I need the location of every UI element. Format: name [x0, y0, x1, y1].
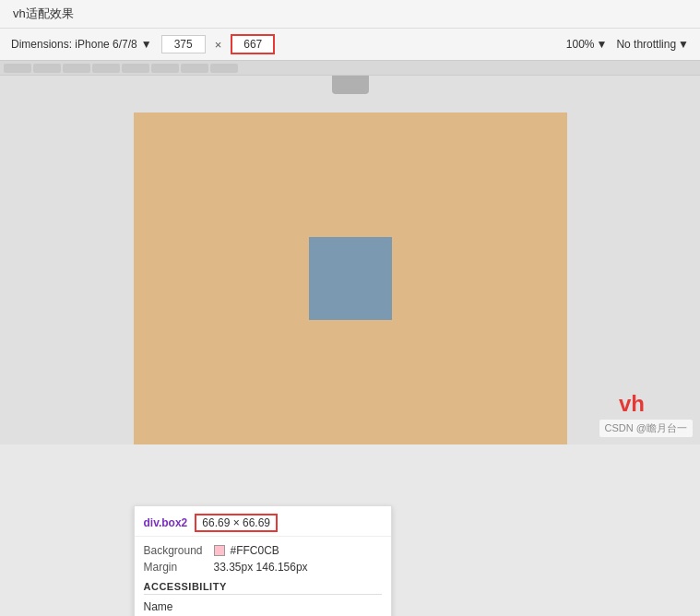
dimensions-label-text: Dimensions: iPhone 6/7/8	[11, 38, 137, 51]
scrollbar-tick	[4, 64, 31, 73]
scrollbar-tick	[181, 64, 208, 73]
device-handle	[332, 76, 369, 94]
devtools-toolbar: Dimensions: iPhone 6/7/8 ▼ × 100% ▼ No t…	[0, 29, 700, 61]
dimensions-selector[interactable]: Dimensions: iPhone 6/7/8 ▼	[11, 38, 152, 51]
viewport-area: div.box2 66.69 × 66.69 Background #FFC0C…	[0, 76, 700, 444]
zoom-dropdown-icon: ▼	[597, 38, 608, 51]
margin-label: Margin	[144, 561, 208, 574]
scrollbar-area	[0, 61, 700, 76]
scrollbar-tick	[210, 64, 238, 73]
dimensions-dropdown-icon: ▼	[141, 38, 152, 51]
zoom-control[interactable]: 100% ▼	[566, 38, 608, 51]
throttle-control[interactable]: No throttling ▼	[616, 38, 689, 51]
throttle-dropdown-icon: ▼	[678, 38, 689, 51]
background-label: Background	[144, 544, 208, 557]
throttle-value: No throttling	[616, 38, 676, 51]
box2-element[interactable]	[309, 237, 392, 320]
color-swatch	[214, 545, 225, 556]
margin-value: 33.35px 146.156px	[214, 561, 308, 574]
width-input[interactable]	[161, 35, 206, 53]
inspector-header: div.box2 66.69 × 66.69	[135, 506, 391, 537]
scrollbar-tick	[63, 64, 90, 73]
a11y-name-row: Name	[144, 598, 382, 615]
inspector-body: Background #FFC0CB Margin 33.35px 146.15…	[135, 537, 391, 616]
page-title-bar: vh适配效果	[0, 0, 700, 29]
margin-row: Margin 33.35px 146.156px	[144, 559, 382, 575]
dimension-separator: ×	[215, 38, 222, 52]
vh-label: vh	[619, 391, 645, 417]
inspector-divider	[144, 594, 382, 595]
watermark: CSDN @瞻月台一	[599, 420, 693, 437]
inspector-popup: div.box2 66.69 × 66.69 Background #FFC0C…	[134, 505, 392, 616]
inspector-size-badge: 66.69 × 66.69	[195, 514, 278, 532]
background-color-value: #FFC0CB	[231, 544, 279, 557]
zoom-value: 100%	[566, 38, 595, 51]
scrollbar-tick	[122, 64, 149, 73]
a11y-name-label: Name	[144, 600, 173, 613]
page-title: vh适配效果	[13, 6, 74, 20]
inspector-element-name: div.box2	[144, 516, 188, 529]
accessibility-title: ACCESSIBILITY	[144, 581, 382, 592]
phone-screen: div.box2 66.69 × 66.69 Background #FFC0C…	[134, 113, 567, 444]
height-input[interactable]	[231, 34, 275, 54]
scrollbar-tick	[151, 64, 179, 73]
scrollbar-tick	[33, 64, 61, 73]
scrollbar-tick	[92, 64, 120, 73]
background-row: Background #FFC0CB	[144, 542, 382, 559]
